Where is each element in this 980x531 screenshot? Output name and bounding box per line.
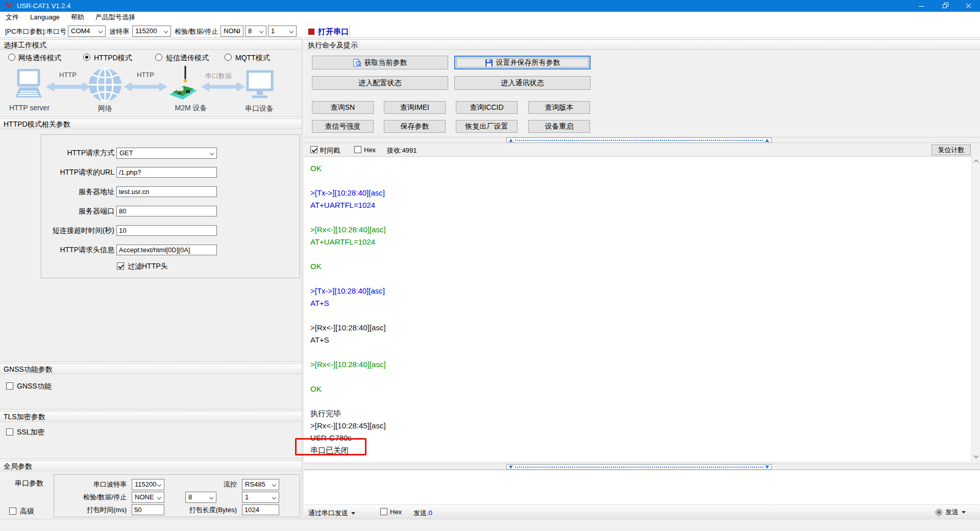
log-line: USR-G780s (310, 432, 971, 444)
log-line (310, 395, 971, 407)
server-address-input[interactable]: test.usr.cn (116, 186, 217, 197)
menu-help[interactable]: 帮助 (65, 12, 90, 23)
log-hex-checkbox[interactable] (354, 146, 361, 153)
log-line: AT+S (310, 297, 971, 309)
log-line: 执行完毕 (310, 407, 971, 420)
link-label-http-2: HTTP (137, 71, 154, 79)
pc-serial-label: [PC串口参数]:串口号 (5, 27, 66, 36)
com-port-select[interactable]: COM4 (68, 26, 106, 37)
gnss-section-header: GNSS功能参数 (0, 364, 302, 374)
log-hex-label: Hex (364, 146, 376, 154)
httpd-section-header: HTTPD模式相关参数 (0, 118, 302, 129)
right-panel: 执行命令及提示 获取当前参数 设置并保存所有参数 进入配置状态 进入通讯状态 查… (304, 39, 980, 519)
gnss-checkbox[interactable] (6, 382, 13, 390)
baud-select[interactable]: 115200 (132, 26, 171, 37)
log-line: AT+S (310, 334, 971, 346)
splitter-handle[interactable] (506, 464, 772, 470)
device-restart-button[interactable]: 设备重启 (528, 120, 590, 133)
global-baud-select[interactable]: 115200 (132, 479, 164, 490)
log-line: OK (310, 260, 971, 273)
global-baud-label: 串口波特率 (64, 479, 127, 490)
send-text-area[interactable] (304, 470, 980, 504)
enter-config-state-button[interactable]: 进入配置状态 (312, 76, 448, 90)
menu-language[interactable]: Language (24, 12, 65, 23)
set-save-params-button[interactable]: 设置并保存所有参数 (454, 56, 591, 69)
databits-select[interactable]: 8 (245, 26, 266, 37)
radio-net-passthrough[interactable] (8, 54, 15, 61)
menu-file[interactable]: 文件 (0, 12, 24, 23)
sent-counter: 发送:0 (413, 509, 432, 518)
link-label-http-1: HTTP (59, 71, 77, 79)
log-splitter-top[interactable] (304, 137, 980, 143)
global-stopbits-select[interactable]: 1 (242, 492, 279, 503)
open-port-button[interactable]: 打开串口 (308, 26, 349, 37)
close-button[interactable] (957, 0, 980, 12)
factory-reset-button[interactable]: 恢复出厂设置 (456, 120, 518, 133)
reset-counter-button[interactable]: 复位计数 (932, 144, 971, 155)
packlen-input[interactable]: 1024 (242, 504, 279, 515)
query-sn-button[interactable]: 查询SN (312, 101, 374, 114)
log-line (310, 248, 971, 260)
log-splitter-bottom[interactable] (304, 464, 980, 470)
baud-label: 波特率 (109, 27, 129, 36)
enter-comm-state-button[interactable]: 进入通讯状态 (454, 76, 591, 90)
send-hex-label: Hex (390, 508, 402, 516)
timestamp-checkbox[interactable] (310, 146, 317, 153)
scroll-down-icon[interactable] (974, 453, 979, 458)
http-header-input[interactable]: Accept:text/html[0D][0A] (116, 245, 217, 255)
arrow-http-1 (46, 81, 91, 92)
scroll-up-icon[interactable] (974, 160, 979, 165)
global-section-header: 全局参数 (0, 461, 302, 471)
serial-toolbar: [PC串口参数]:串口号 COM4 波特率 115200 检验/数据/停止 NO… (0, 23, 980, 39)
query-signal-button[interactable]: 查信号强度 (312, 120, 374, 133)
ssl-checkbox-label: SSL加密 (17, 428, 44, 437)
http-url-input[interactable]: /1.php? (116, 167, 217, 178)
log-output[interactable]: OK >[Tx->][10:28:40][asc]AT+UARTFL=1024 … (304, 156, 971, 462)
get-params-button[interactable]: 获取当前参数 (312, 56, 448, 69)
query-imei-button[interactable]: 查询IMEI (384, 101, 446, 114)
send-hex-checkbox[interactable] (380, 508, 387, 515)
log-scrollbar[interactable] (971, 156, 980, 462)
log-line: OK (310, 383, 971, 395)
annotation-red-box (295, 438, 366, 455)
query-iccid-button[interactable]: 查询ICCID (456, 101, 518, 114)
stopbits-select[interactable]: 1 (268, 26, 297, 37)
packtime-input[interactable]: 50 (132, 504, 164, 515)
gnss-checkbox-label: GNSS功能 (17, 382, 52, 391)
dropdown-arrow-icon (962, 511, 966, 514)
packlen-label: 打包长度(Bytes) (176, 504, 237, 515)
short-conn-timeout-input[interactable]: 10 (116, 225, 217, 236)
http-method-label: HTTP请求方式 (41, 148, 114, 158)
send-button[interactable]: 发送 (935, 508, 966, 517)
splitter-handle[interactable] (506, 137, 772, 143)
minimize-button[interactable] (910, 0, 933, 12)
global-parity-select[interactable]: NONE (132, 492, 164, 503)
parity-select[interactable]: NONI (220, 26, 243, 37)
search-doc-icon (353, 59, 361, 67)
laptop-icon (12, 69, 45, 101)
dropdown-arrow-icon (351, 512, 355, 515)
node-label-serial-device: 串口设备 (239, 104, 280, 113)
global-databits-select[interactable]: 8 (185, 492, 216, 503)
ssl-checkbox[interactable] (6, 428, 13, 436)
send-toolbar: 通过串口发送 Hex 发送:0 发送 (304, 504, 980, 519)
http-method-select[interactable]: GET (116, 148, 217, 159)
parity-label: 检验/数据/停止 (175, 27, 218, 36)
query-version-button[interactable]: 查询版本 (528, 101, 590, 114)
log-line: AT+UARTFL=1024 (310, 199, 971, 211)
radio-net-passthrough-label: 网络透传模式 (18, 54, 61, 63)
filter-http-header-checkbox[interactable] (117, 262, 124, 270)
node-label-m2m-device: M2M 设备 (170, 104, 211, 113)
send-via-serial-dropdown[interactable]: 通过串口发送 (308, 509, 355, 518)
httpd-form: HTTP请求方式 GET HTTP请求的URL /1.php? 服务器地址 te… (41, 134, 300, 278)
radio-mqtt-mode[interactable] (225, 54, 232, 61)
save-params-button[interactable]: 保存参数 (384, 120, 446, 133)
menu-product-model[interactable]: 产品型号选择 (90, 12, 141, 23)
radio-sms-passthrough[interactable] (155, 54, 162, 61)
restore-button[interactable] (933, 0, 957, 12)
advanced-checkbox[interactable] (9, 508, 16, 515)
global-flow-select[interactable]: RS485 (242, 479, 279, 490)
log-line: >[Rx<-][10:28:40][asc] (310, 224, 971, 236)
radio-httpd-mode[interactable] (83, 54, 90, 61)
server-port-input[interactable]: 80 (116, 206, 217, 216)
